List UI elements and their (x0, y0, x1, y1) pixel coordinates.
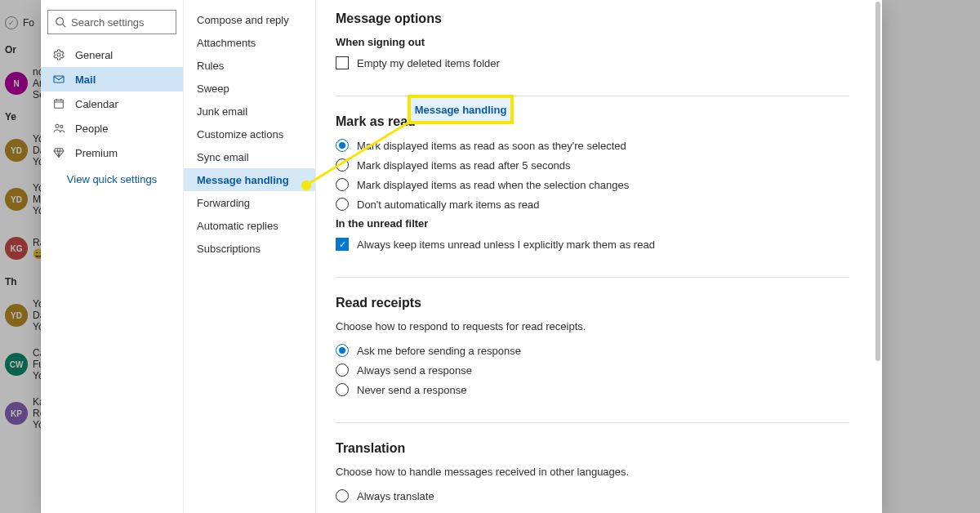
svg-point-9 (60, 125, 63, 127)
settings-panel: Search settings General Mail Calendar Pe… (41, 0, 882, 513)
radio-icon (336, 489, 349, 502)
section-read-receipts: Read receipts Choose how to respond to r… (336, 296, 849, 423)
subnav-item[interactable]: Customize actions (184, 123, 315, 145)
scrollbar[interactable] (875, 2, 880, 511)
subnav-item[interactable]: Compose and reply (184, 8, 315, 31)
nav-people[interactable]: People (41, 116, 183, 141)
subnav-item[interactable]: Rules (184, 54, 315, 77)
signout-label: When signing out (336, 36, 849, 48)
diamond-icon (52, 146, 65, 159)
receipts-r2: Never send a response (357, 384, 466, 396)
receipts-never[interactable]: Never send a response (336, 383, 849, 396)
settings-content: Message options When signing out Empty m… (316, 0, 882, 513)
settings-nav: Search settings General Mail Calendar Pe… (41, 0, 184, 513)
section-message-options: Message options When signing out Empty m… (336, 11, 849, 96)
callout-label: Message handling (415, 104, 507, 116)
nav-premium[interactable]: Premium (41, 141, 183, 165)
radio-icon (336, 198, 349, 211)
translation-r0: Always translate (357, 490, 434, 502)
checkbox-icon (336, 56, 349, 69)
radio-icon (336, 344, 349, 357)
search-icon (55, 16, 66, 28)
subnav-item[interactable]: Forwarding (184, 191, 315, 214)
calendar-icon (52, 97, 65, 110)
receipts-ask[interactable]: Ask me before sending a response (336, 344, 849, 357)
svg-point-2 (57, 53, 60, 56)
subnav-item[interactable]: Automatic replies (184, 214, 315, 237)
radio-icon (336, 383, 349, 396)
annotation-dot (301, 181, 311, 190)
subnav-item[interactable]: Sync email (184, 145, 315, 168)
people-icon (52, 122, 65, 135)
receipts-always[interactable]: Always send a response (336, 364, 849, 377)
svg-point-0 (56, 18, 64, 25)
receipts-r1: Always send a response (357, 364, 472, 377)
unread-filter-option[interactable]: Always keep items unread unless I explic… (336, 238, 849, 251)
nav-premium-label: Premium (75, 147, 118, 159)
nav-general[interactable]: General (41, 42, 183, 67)
nav-mail-label: Mail (75, 74, 96, 86)
nav-general-label: General (75, 49, 113, 61)
mark-radio-selected[interactable]: Mark displayed items as read as soon as … (336, 139, 849, 152)
gear-icon (52, 48, 65, 61)
subnav-item[interactable]: Junk email (184, 100, 315, 123)
receipts-desc: Choose how to respond to requests for re… (336, 320, 849, 332)
nav-people-label: People (75, 123, 108, 135)
content-scroll[interactable]: Message options When signing out Empty m… (316, 0, 882, 513)
translation-desc: Choose how to handle messages received i… (336, 466, 849, 478)
receipts-title: Read receipts (336, 296, 849, 310)
scrollbar-thumb[interactable] (875, 2, 880, 361)
mail-subnav: Compose and replyAttachmentsRulesSweepJu… (184, 0, 316, 513)
svg-line-10 (307, 123, 408, 185)
quick-settings-link[interactable]: View quick settings (41, 173, 183, 185)
empty-deleted-label: Empty my deleted items folder (357, 57, 500, 69)
mark-r3: Don't automatically mark items as read (357, 199, 540, 211)
unread-filter-title: In the unread filter (336, 217, 849, 230)
svg-point-8 (56, 124, 59, 127)
search-placeholder: Search settings (71, 16, 145, 29)
search-input[interactable]: Search settings (47, 10, 176, 34)
translation-always[interactable]: Always translate (336, 489, 849, 502)
svg-rect-3 (54, 76, 64, 83)
subnav-item[interactable]: Sweep (184, 77, 315, 100)
mail-icon (52, 73, 65, 86)
receipts-r0: Ask me before sending a response (357, 345, 521, 357)
unread-chk-label: Always keep items unread unless I explic… (357, 239, 655, 251)
nav-mail[interactable]: Mail (41, 67, 183, 91)
svg-rect-4 (55, 100, 64, 108)
checkbox-icon (336, 238, 349, 251)
mark-radio-5s[interactable]: Mark displayed items as read after 5 sec… (336, 158, 849, 172)
empty-deleted-option[interactable]: Empty my deleted items folder (336, 56, 849, 69)
radio-icon (336, 364, 349, 377)
annotation-line (302, 121, 412, 190)
mark-radio-never[interactable]: Don't automatically mark items as read (336, 198, 849, 211)
section-translation: Translation Choose how to handle message… (336, 441, 849, 513)
subnav-item[interactable]: Attachments (184, 31, 315, 54)
nav-calendar-label: Calendar (75, 98, 118, 110)
svg-line-1 (63, 25, 66, 28)
nav-calendar[interactable]: Calendar (41, 91, 183, 116)
subnav-item[interactable]: Message handling (184, 168, 315, 191)
section-mark-as-read: Mark as read Mark displayed items as rea… (336, 114, 849, 278)
translation-title: Translation (336, 441, 849, 456)
mark-radio-selection-change[interactable]: Mark displayed items as read when the se… (336, 178, 849, 191)
subnav-item[interactable]: Subscriptions (184, 237, 315, 260)
message-options-title: Message options (336, 11, 849, 26)
annotation-callout: Message handling (408, 95, 514, 124)
